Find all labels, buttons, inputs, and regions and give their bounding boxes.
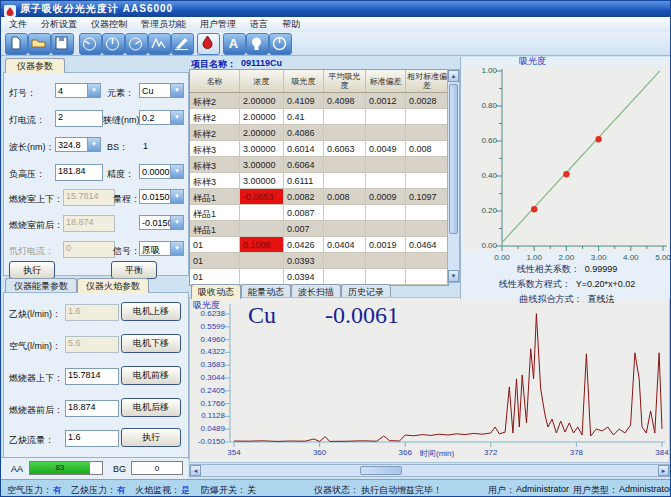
col-header-concentration[interactable]: 浓度 [240, 70, 284, 92]
tab-energy-params[interactable]: 仪器能量参数 [5, 278, 77, 293]
col-header-rsd[interactable]: 相对标准偏差 [406, 70, 448, 92]
lamp-current-input[interactable]: 2 [55, 110, 103, 127]
cell-std-dev [366, 253, 406, 269]
gauge-mid-button[interactable] [102, 33, 125, 55]
table-vertical-scrollbar[interactable]: ▲ ▼ [447, 69, 460, 283]
table-row[interactable]: 标样2 2.00000 0.4109 0.4098 0.0012 0.0028 [190, 93, 448, 109]
col-header-name[interactable]: 名称 [190, 70, 240, 92]
gauge-low-button[interactable] [79, 33, 102, 55]
menu-item-user-management[interactable]: 用户管理 [200, 18, 236, 31]
cell-avg-absorbance [324, 109, 366, 125]
wavelength-scan-button[interactable] [148, 33, 171, 55]
burner-fb-input[interactable]: 18.874 [65, 400, 119, 417]
slit-select[interactable]: 0.2▼ [139, 110, 184, 125]
save-button[interactable] [51, 33, 74, 55]
scroll-up-icon[interactable]: ▲ [448, 70, 459, 82]
cell-std-dev [366, 109, 406, 125]
execute-button[interactable]: 执行 [9, 261, 55, 279]
cell-concentration: 2.00000 [240, 109, 284, 125]
motor-back-button[interactable]: 电机后移 [121, 398, 181, 417]
table-row[interactable]: 标样3 3.00000 0.6111 [190, 173, 448, 189]
cell-name: 标样2 [190, 125, 240, 141]
menu-item-help[interactable]: 帮助 [282, 18, 300, 31]
flame-monitor-label: 火焰监视： [135, 484, 180, 497]
lamp-no-select[interactable]: 4▼ [55, 83, 101, 98]
burner-ud-input[interactable]: 15.7814 [65, 368, 119, 385]
wavelength-select[interactable]: 324.8▼ [55, 137, 101, 152]
chart-horizontal-scrollbar[interactable]: ◄ ► [189, 464, 670, 477]
col-header-avg-absorbance[interactable]: 平均吸光度 [324, 70, 366, 92]
precision-select[interactable]: 0.0000▼ [139, 164, 184, 179]
explosion-switch-value: 关 [247, 484, 256, 497]
tab-instrument-params[interactable]: 仪器参数 [5, 58, 65, 73]
table-row[interactable]: 01 0.1008 0.0426 0.0404 0.0019 0.0464 [190, 237, 448, 253]
scroll-down-icon[interactable]: ▼ [448, 270, 459, 282]
cell-rsd: 0.0028 [406, 93, 448, 109]
balance-button[interactable]: 平衡 [111, 261, 157, 279]
scrollbar-thumb[interactable] [360, 466, 402, 475]
flame-button[interactable] [197, 33, 220, 55]
menu-item-analysis-settings[interactable]: 分析设置 [41, 18, 77, 31]
motor-down-button[interactable]: 电机下移 [121, 334, 181, 353]
autozero-button[interactable]: A [223, 33, 246, 55]
table-row[interactable]: 样品1 0.007 [190, 221, 448, 237]
menu-item-language[interactable]: 语言 [250, 18, 268, 31]
table-row[interactable]: 样品1 -0.0653 0.0082 0.008 0.0009 0.1097 [190, 189, 448, 205]
project-name-value: 091119Cu [241, 58, 282, 68]
tab-flame-params[interactable]: 仪器火焰参数 [77, 278, 149, 293]
signal-select[interactable]: 原吸▼ [139, 241, 184, 256]
scroll-left-icon[interactable]: ◄ [190, 465, 201, 476]
gauge-low-icon [80, 34, 99, 52]
scrollbar-thumb[interactable] [449, 84, 458, 234]
chamber-ud-label: 燃烧室上下： [9, 193, 63, 206]
neg-hv-input[interactable]: 181.84 [55, 164, 103, 181]
table-row[interactable]: 标样2 2.00000 0.41 [190, 109, 448, 125]
scroll-right-icon[interactable]: ► [658, 465, 669, 476]
acetylene-flow-input[interactable]: 1.6 [65, 430, 119, 447]
burner-fb-label: 燃烧器前后： [9, 404, 63, 417]
open-file-button[interactable] [28, 33, 51, 55]
acetylene-flow-label: 乙炔流量： [9, 434, 54, 447]
cell-std-dev: 0.0019 [366, 237, 406, 253]
power-button[interactable] [269, 33, 292, 55]
cell-avg-absorbance [324, 125, 366, 141]
fit-method-value: 直线法 [588, 294, 615, 304]
cell-avg-absorbance [324, 173, 366, 189]
gauge-high-button[interactable] [125, 33, 148, 55]
signal-button[interactable] [171, 33, 194, 55]
range-select[interactable]: 0.0150▼ [139, 189, 184, 204]
col-header-absorbance[interactable]: 吸光度 [284, 70, 324, 92]
new-file-button[interactable] [5, 33, 28, 55]
motor-forward-button[interactable]: 电机前移 [121, 366, 181, 385]
menu-item-instrument-control[interactable]: 仪器控制 [91, 18, 127, 31]
tick-label: 0.6238 [191, 309, 225, 318]
table-row[interactable]: 标样3 3.00000 0.6014 0.6063 0.0049 0.008 [190, 141, 448, 157]
results-table: 名称 浓度 吸光度 平均吸光度 标准偏差 相对标准偏差 标样2 2.00000 … [189, 69, 449, 286]
table-row[interactable]: 样品1 0.0087 [190, 205, 448, 221]
wavelength-label: 波长(nm)： [9, 141, 55, 154]
menu-item-file[interactable]: 文件 [9, 18, 27, 31]
element-label: 元素： [107, 87, 134, 100]
element-select[interactable]: Cu▼ [139, 83, 184, 98]
flame-monitor-value: 是 [181, 484, 190, 497]
menu-item-admin-functions[interactable]: 管理员功能 [141, 18, 186, 31]
motor-up-button[interactable]: 电机上移 [121, 302, 181, 321]
cell-avg-absorbance [324, 269, 366, 285]
table-row[interactable]: 01 0.0393 [190, 253, 448, 269]
cell-absorbance: 0.0393 [284, 253, 324, 269]
cell-rsd [406, 253, 448, 269]
table-row[interactable]: 标样3 3.00000 0.6064 [190, 157, 448, 173]
table-row[interactable]: 01 0.0394 [190, 269, 448, 285]
table-row[interactable]: 标样2 2.00000 0.4086 [190, 125, 448, 141]
tick-label: 3.00 [583, 253, 615, 262]
range-low-select[interactable]: -0.0150▼ [139, 215, 184, 230]
chevron-down-icon: ▼ [170, 190, 183, 203]
corr-coefficient-line: 线性相关系数：0.99999 [461, 263, 671, 276]
signal-meters: AA 83 BG 0 [1, 457, 188, 480]
lamp-button[interactable] [246, 33, 269, 55]
col-header-std-dev[interactable]: 标准偏差 [366, 70, 406, 92]
tab-absorption-dynamic[interactable]: 吸收动态 [191, 284, 241, 299]
flame-execute-button[interactable]: 执行 [121, 428, 181, 447]
cell-std-dev [366, 125, 406, 141]
cell-concentration [240, 221, 284, 237]
